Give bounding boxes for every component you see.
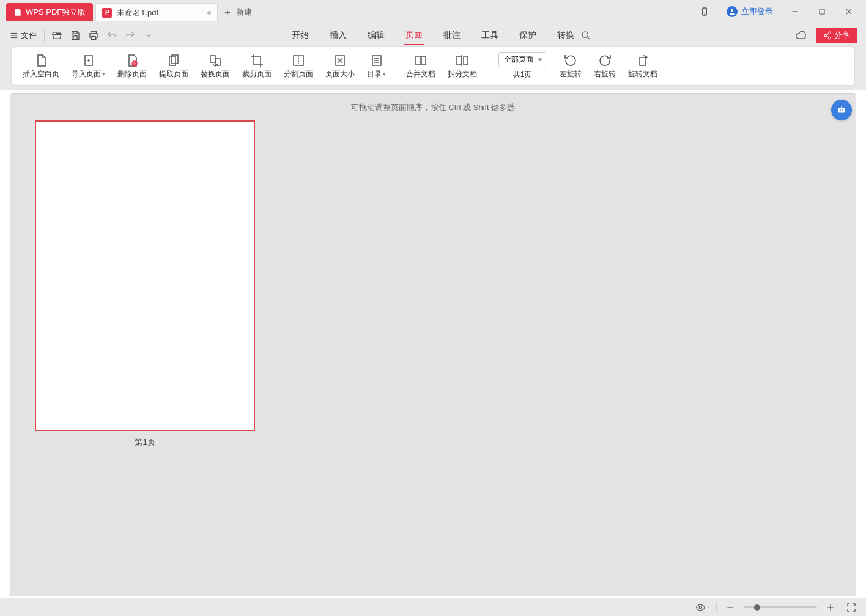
menu-tab-3[interactable]: 页面 [404, 26, 424, 45]
menu-tab-4[interactable]: 批注 [442, 26, 462, 45]
page-import-icon [81, 53, 96, 68]
assistant-float-button[interactable] [831, 100, 852, 120]
titlebar: WPS PDF独立版 P 未命名1.pdf ＋ 新建 立即登录 [0, 0, 866, 24]
undo-button[interactable] [103, 27, 120, 44]
new-tab-button[interactable]: ＋ 新建 [223, 3, 252, 21]
rotate-right-button[interactable]: 右旋转 [588, 47, 622, 85]
workspace: 可拖动调整页面顺序，按住 Ctrl 或 Shift 键多选 第1页 [10, 93, 856, 596]
ribbon-separator [487, 53, 487, 79]
maximize-button[interactable] [810, 2, 834, 21]
merge-icon [413, 53, 428, 68]
qat-more-button[interactable] [140, 27, 157, 44]
ribbon-group-page-ops: 插入空白页 导入页面▾ 删除页面 提取页面 替换页面 裁剪页面 分割页面 页面 [17, 47, 392, 85]
page-thumbnail[interactable] [35, 120, 255, 431]
folder-open-icon [51, 30, 62, 41]
delete-page-button[interactable]: 删除页面 [111, 47, 153, 85]
login-button[interactable]: 立即登录 [719, 6, 780, 17]
rotate-doc-button[interactable]: 旋转文档 [622, 47, 664, 85]
crop-page-button[interactable]: 裁剪页面 [236, 47, 278, 85]
document-name: 未命名1.pdf [117, 7, 158, 18]
svg-line-15 [587, 37, 590, 39]
device-button[interactable] [692, 2, 717, 21]
open-button[interactable] [48, 27, 65, 44]
close-button[interactable] [837, 2, 861, 21]
minimize-icon [791, 7, 799, 16]
redo-button[interactable] [122, 27, 139, 44]
view-mode-button[interactable] [695, 600, 710, 615]
menu-tab-7[interactable]: 转换 [556, 26, 575, 45]
page-range-dropdown[interactable]: 全部页面 [498, 52, 546, 67]
file-menu-label: 文件 [21, 30, 37, 41]
fullscreen-button[interactable] [844, 600, 859, 615]
close-icon [845, 7, 853, 16]
svg-rect-24 [169, 57, 176, 65]
search-button[interactable] [581, 31, 591, 40]
split-icon [291, 53, 306, 68]
page-count-label: 共1页 [513, 70, 532, 80]
rotate-doc-icon [635, 53, 650, 68]
svg-rect-11 [73, 36, 77, 39]
cloud-icon [795, 29, 807, 42]
new-tab-label: 新建 [236, 7, 252, 18]
svg-rect-35 [416, 56, 420, 65]
page-thumbnail-area: 第1页 [35, 120, 255, 448]
titlebar-right: 立即登录 [692, 0, 866, 24]
menu-right: 分享 [581, 24, 857, 46]
print-button[interactable] [85, 27, 102, 44]
document-tab[interactable]: P 未命名1.pdf [95, 3, 218, 21]
menu-tab-6[interactable]: 保护 [518, 26, 538, 45]
svg-rect-37 [457, 56, 461, 65]
chevron-down-icon [706, 605, 710, 610]
eye-icon [695, 602, 706, 613]
rotate-right-icon [598, 53, 612, 68]
extract-page-button[interactable]: 提取页面 [153, 47, 194, 85]
zoom-sl-track[interactable] [744, 606, 817, 608]
split-page-button[interactable]: 分割页面 [278, 47, 319, 85]
page-range-selector: 全部页面 共1页 [491, 52, 553, 80]
ribbon-group-merge: 合并文档 拆分文档 [400, 47, 483, 85]
share-button[interactable]: 分享 [816, 28, 857, 43]
import-page-button[interactable]: 导入页面▾ [65, 47, 111, 85]
replace-page-button[interactable]: 替换页面 [194, 47, 236, 85]
file-menu-button[interactable]: 文件 [6, 27, 40, 44]
ribbon-group-rotate: 左旋转 右旋转 旋转文档 [553, 47, 664, 85]
svg-point-42 [840, 109, 841, 111]
plus-icon: ＋ [223, 6, 232, 19]
page-size-icon [333, 53, 347, 68]
print-icon [88, 30, 99, 41]
menu-tab-1[interactable]: 插入 [328, 26, 348, 45]
workspace-hint: 可拖动调整页面顺序，按住 Ctrl 或 Shift 键多选 [351, 102, 516, 113]
svg-rect-38 [464, 56, 468, 65]
minimize-button[interactable] [783, 2, 807, 21]
app-badge: WPS PDF独立版 [6, 3, 93, 21]
page-delete-icon [125, 53, 139, 68]
separator [44, 29, 45, 42]
insert-blank-page-button[interactable]: 插入空白页 [17, 47, 65, 85]
menu-tab-5[interactable]: 工具 [480, 26, 500, 45]
menu-tabs: 开始插入编辑页面批注工具保护转换 [291, 24, 575, 46]
svg-rect-40 [640, 57, 646, 65]
maximize-icon [818, 8, 826, 15]
svg-rect-25 [172, 55, 178, 64]
svg-point-2 [731, 9, 733, 12]
share-icon [823, 31, 832, 40]
share-label: 分享 [834, 30, 850, 41]
zoom-in-button[interactable] [823, 600, 838, 615]
cloud-button[interactable] [793, 27, 810, 44]
rotate-left-button[interactable]: 左旋转 [553, 47, 588, 85]
split-doc-button[interactable]: 拆分文档 [442, 47, 483, 85]
menu-tab-0[interactable]: 开始 [291, 26, 310, 45]
merge-doc-button[interactable]: 合并文档 [400, 47, 442, 85]
menu-tab-2[interactable]: 编辑 [366, 26, 386, 45]
chevron-down-icon [145, 32, 152, 39]
zoom-out-button[interactable] [723, 600, 738, 615]
toc-button[interactable]: 目录▾ [361, 47, 392, 85]
zoom-slider-thumb[interactable] [754, 604, 760, 610]
assistant-icon [836, 105, 847, 116]
save-button[interactable] [67, 27, 84, 44]
split-doc-icon [455, 53, 470, 68]
pdf-icon: P [102, 8, 112, 18]
svg-line-16 [826, 36, 829, 38]
page-size-button[interactable]: 页面大小 [319, 47, 361, 85]
svg-rect-36 [421, 56, 426, 65]
